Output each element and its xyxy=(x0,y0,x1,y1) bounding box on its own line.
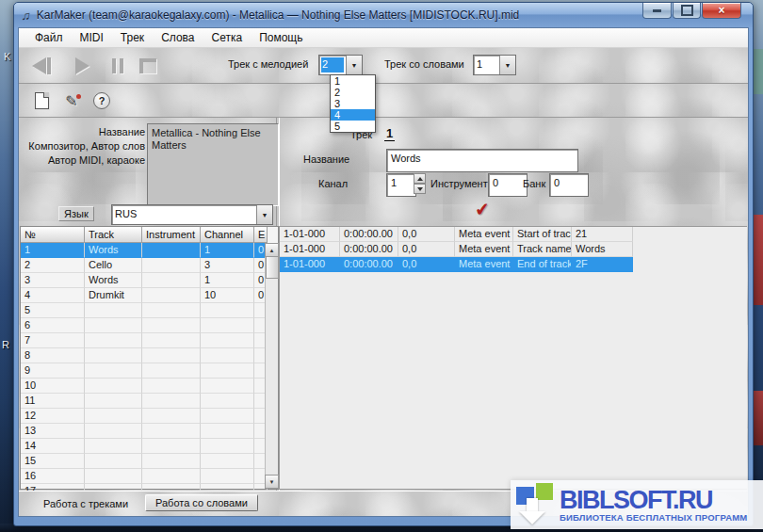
channel-stepper[interactable] xyxy=(414,173,426,194)
help-button[interactable]: ? xyxy=(90,90,113,111)
table-row[interactable]: 12 xyxy=(21,409,278,424)
tracks-table: №TrackInstrumentChannelE 1Words102Cello3… xyxy=(20,226,279,490)
step-backward-button[interactable] xyxy=(28,55,57,77)
tab-lyrics[interactable]: Работа со словами xyxy=(145,494,258,511)
dropdown-option[interactable]: 3 xyxy=(331,98,375,109)
table-cell xyxy=(142,243,201,258)
table-cell xyxy=(85,333,142,348)
spinner-down-icon[interactable] xyxy=(414,184,426,194)
play-button[interactable] xyxy=(68,55,96,77)
table-cell: 4 xyxy=(21,288,85,303)
table-row[interactable]: 10 xyxy=(21,379,278,394)
spinner-up-icon[interactable] xyxy=(414,173,426,184)
table-cell xyxy=(201,469,254,484)
table-row[interactable]: 9 xyxy=(21,363,278,379)
maximize-icon xyxy=(681,5,693,16)
dropdown-option[interactable]: 1 xyxy=(331,75,375,87)
event-cell: 1-01-000 xyxy=(280,257,340,272)
event-cell: 0,0 xyxy=(398,227,455,242)
event-cell: Meta event xyxy=(455,257,513,272)
channel-input[interactable]: 1 xyxy=(386,173,416,197)
menu-item-Сетка[interactable]: Сетка xyxy=(203,29,252,46)
event-row[interactable]: 1-01-0000:00:00.000,0Meta eventEnd of tr… xyxy=(280,257,747,272)
tracks-column-header[interactable]: Channel xyxy=(201,227,254,243)
event-row[interactable]: 1-01-0000:00:00.000,0Meta eventTrack nam… xyxy=(280,242,747,257)
table-row[interactable]: 2Cello30 xyxy=(21,258,278,273)
table-cell: 2 xyxy=(21,258,85,273)
dropdown-option[interactable]: 4 xyxy=(331,109,375,121)
chevron-down-icon[interactable]: ▼ xyxy=(499,56,515,74)
table-cell xyxy=(142,303,201,318)
table-cell: 15 xyxy=(21,454,85,469)
scroll-down-icon[interactable]: ▼ xyxy=(265,475,279,489)
tracks-column-header[interactable]: № xyxy=(21,227,85,243)
step-backward-bar-icon xyxy=(47,57,51,74)
table-cell xyxy=(201,303,254,318)
table-cell xyxy=(142,258,201,273)
table-row[interactable]: 4Drumkit100 xyxy=(21,288,278,303)
help-icon: ? xyxy=(93,92,110,109)
menu-item-Трек[interactable]: Трек xyxy=(112,29,153,46)
close-button[interactable]: × xyxy=(702,3,741,19)
menu-item-MIDI[interactable]: MIDI xyxy=(72,29,112,46)
menu-item-Файл[interactable]: Файл xyxy=(26,29,72,46)
bank-label: Банк xyxy=(523,178,545,189)
table-cell xyxy=(142,454,201,469)
scroll-up-icon[interactable]: ▲ xyxy=(265,243,279,257)
table-row[interactable]: 15 xyxy=(21,454,278,469)
track-editor-panel: Трек 1 Название Words Канал 1 Инструмент… xyxy=(279,118,747,226)
table-cell xyxy=(201,409,254,424)
table-row[interactable]: 11 xyxy=(21,394,278,409)
table-row[interactable]: 5 xyxy=(21,303,278,318)
table-cell: 1 xyxy=(21,243,85,258)
language-combo[interactable]: RUS ▼ xyxy=(111,204,273,225)
pause-button[interactable] xyxy=(104,55,132,77)
chevron-down-icon[interactable]: ▼ xyxy=(256,205,272,224)
table-row[interactable]: 8 xyxy=(21,348,278,363)
lyrics-track-label: Трек со словами xyxy=(384,58,464,70)
desktop-icon-label: R xyxy=(2,339,9,350)
table-cell: 10 xyxy=(21,379,85,394)
table-row[interactable]: 16 xyxy=(21,469,278,484)
edit-karaoke-button[interactable]: ✎ xyxy=(60,90,83,111)
table-cell: Drumkit xyxy=(85,288,142,303)
table-row[interactable]: 1Words10 xyxy=(21,243,278,258)
tracks-column-header[interactable]: Instrument xyxy=(142,227,201,243)
table-row[interactable]: 3Words10 xyxy=(21,273,278,288)
bank-input[interactable]: 0 xyxy=(549,173,589,197)
melody-track-combo[interactable]: 2 ▼ xyxy=(318,55,363,75)
table-cell: 11 xyxy=(21,394,85,409)
language-label: Язык xyxy=(58,206,94,221)
vertical-scrollbar[interactable]: ▲ ▼ xyxy=(265,243,278,489)
scrollbar-thumb[interactable] xyxy=(266,256,279,279)
track-name-input[interactable]: Words xyxy=(386,149,578,172)
table-cell xyxy=(85,409,142,424)
chevron-down-icon[interactable]: ▼ xyxy=(346,56,362,74)
table-row[interactable]: 14 xyxy=(21,439,278,454)
event-cell: Words xyxy=(572,242,633,257)
toolbar-file: ✎ ? xyxy=(19,84,748,118)
dropdown-option[interactable]: 5 xyxy=(331,121,375,132)
stop-button[interactable] xyxy=(134,55,162,77)
menu-item-Слова[interactable]: Слова xyxy=(153,29,203,46)
song-title-memo[interactable]: Metallica - Nothing Else Matters xyxy=(147,123,279,206)
table-cell xyxy=(142,348,201,363)
maximize-button[interactable] xyxy=(673,3,701,19)
pause-icon xyxy=(112,58,116,73)
tab-tracks[interactable]: Работа с треками xyxy=(36,496,136,511)
table-row[interactable]: 13 xyxy=(21,424,278,439)
tracks-column-header[interactable]: Track xyxy=(85,227,142,243)
client-area: ФайлMIDIТрекСловаСеткаПомощь Трек с мело… xyxy=(18,27,749,517)
instrument-input[interactable]: 0 xyxy=(488,173,528,197)
lyrics-track-combo[interactable]: 1 ▼ xyxy=(473,55,516,75)
minimize-button[interactable] xyxy=(642,3,672,19)
menu-item-Помощь[interactable]: Помощь xyxy=(251,29,311,46)
tracks-column-header[interactable]: E xyxy=(254,227,268,243)
new-file-button[interactable] xyxy=(30,90,53,111)
table-row[interactable]: 6 xyxy=(21,318,278,333)
dropdown-option[interactable]: 2 xyxy=(331,87,375,98)
apply-check-icon[interactable]: ✔ xyxy=(474,198,491,221)
event-row[interactable]: 1-01-0000:00:00.000,0Meta eventStart of … xyxy=(280,227,747,242)
down-arrow-icon xyxy=(519,511,545,524)
table-row[interactable]: 7 xyxy=(21,333,278,348)
